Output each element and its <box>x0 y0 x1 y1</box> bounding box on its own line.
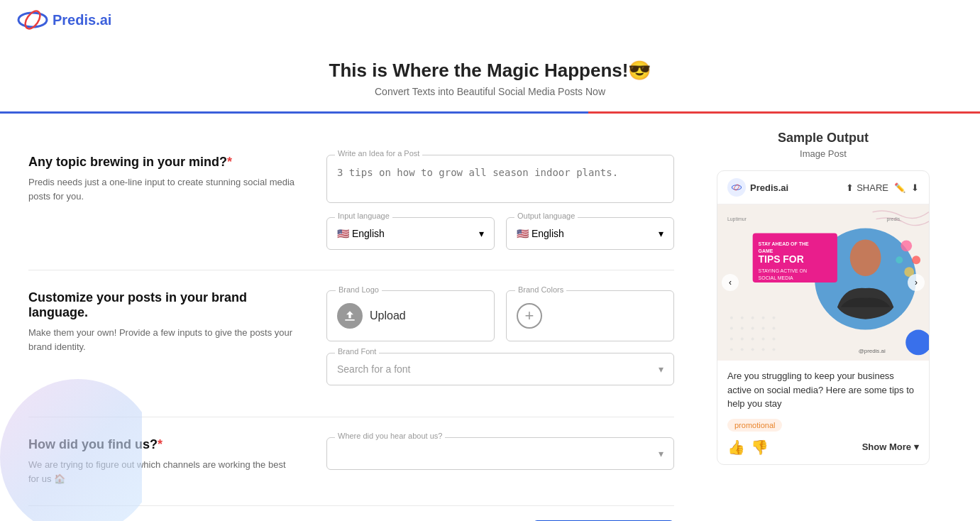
brand-colors-label: Brand Colors <box>515 285 566 294</box>
where-label: Where did you hear about us? <box>335 432 445 440</box>
main-title: This is Where the Magic Happens!😎 <box>14 60 966 82</box>
share-icon: ⬆ <box>846 182 854 193</box>
show-more-chevron: ▾ <box>914 442 919 452</box>
svg-point-7 <box>751 317 754 319</box>
svg-text:TIPS FOR: TIPS FOR <box>759 253 804 265</box>
output-language-value: 🇺🇸 English <box>517 228 564 239</box>
input-language-value: 🇺🇸 English <box>337 228 385 239</box>
svg-text:SOCIAL MEDIA: SOCIAL MEDIA <box>759 275 793 280</box>
topic-section: Any topic brewing in your mind?* Predis … <box>28 135 674 270</box>
card-reactions: 👍 👎 <box>727 439 769 456</box>
svg-point-29 <box>896 256 903 263</box>
card-image: STAY AHEAD OF THE GAME TIPS FOR STAYING … <box>717 204 929 361</box>
share-button[interactable]: ⬆ SHARE <box>846 182 888 193</box>
card-caption: Are you struggling to keep your business… <box>727 369 919 411</box>
brand-font-group: Brand Font Search for a font ▾ <box>326 353 674 385</box>
brand-section-right: Brand Logo Upload Brand Colors + Brand F… <box>326 290 674 397</box>
svg-point-5 <box>730 317 733 319</box>
logo-icon <box>17 9 48 31</box>
svg-text:predis.: predis. <box>886 216 901 222</box>
main-layout: Any topic brewing in your mind?* Predis … <box>0 114 980 521</box>
topic-desc: Predis needs just a one-line input to cr… <box>28 175 298 203</box>
brand-title: Customize your posts in your brand langu… <box>28 290 298 320</box>
svg-point-1 <box>22 9 43 31</box>
input-language-label: Input language <box>335 212 392 220</box>
sample-output: Sample Output Image Post Predis.ai <box>717 131 930 465</box>
svg-point-28 <box>912 256 920 264</box>
language-row: Input language 🇺🇸 English ▾ Output langu… <box>326 217 674 250</box>
post-idea-input[interactable] <box>326 155 674 203</box>
app-header: Predis.ai <box>0 0 980 40</box>
svg-point-22 <box>751 348 754 351</box>
brand-font-chevron: ▾ <box>659 363 664 375</box>
brand-colors-box[interactable]: Brand Colors + <box>506 290 674 341</box>
card-tag: promotional <box>727 419 782 432</box>
discovery-section-right: Where did you hear about us? ▾ <box>326 437 674 481</box>
discovery-title: How did you find us?* <box>28 437 298 452</box>
svg-point-20 <box>730 348 733 351</box>
left-panel: Any topic brewing in your mind?* Predis … <box>0 114 703 521</box>
topic-title: Any topic brewing in your mind?* <box>28 155 298 170</box>
discovery-desc: We are trying to figure out which channe… <box>28 458 298 486</box>
where-select[interactable]: ▾ <box>326 437 674 470</box>
edit-button[interactable]: ✏️ <box>894 182 905 193</box>
card-actions: ⬆ SHARE ✏️ ⬇ <box>846 182 919 193</box>
svg-text:STAY AHEAD OF THE: STAY AHEAD OF THE <box>759 241 809 246</box>
right-panel: Sample Output Image Post Predis.ai <box>703 114 944 521</box>
post-idea-group: Write an Idea for a Post <box>326 155 674 206</box>
brand-section-left: Customize your posts in your brand langu… <box>28 290 298 353</box>
card-brand: Predis.ai <box>727 178 788 197</box>
output-language-chevron: ▾ <box>659 228 664 239</box>
brand-logo-label: Brand Logo <box>336 285 382 294</box>
carousel-prev-button[interactable]: ‹ <box>722 274 739 291</box>
thumbs-down-button[interactable]: 👎 <box>751 439 769 456</box>
brand-font-select[interactable]: Search for a font ▾ <box>326 353 674 385</box>
input-language-chevron: ▾ <box>479 228 484 239</box>
card-brand-logo-icon <box>731 182 742 193</box>
thumbs-up-button[interactable]: 👍 <box>727 439 745 456</box>
card-footer: Are you struggling to keep your business… <box>717 361 929 464</box>
card-brand-name: Predis.ai <box>750 182 788 193</box>
svg-point-16 <box>741 337 744 340</box>
svg-point-6 <box>741 317 744 319</box>
svg-point-13 <box>762 327 765 330</box>
input-language-wrapper: Input language 🇺🇸 English ▾ <box>326 217 495 250</box>
output-language-select[interactable]: 🇺🇸 English ▾ <box>506 217 674 250</box>
topic-section-left: Any topic brewing in your mind?* Predis … <box>28 155 298 203</box>
topic-section-right: Write an Idea for a Post Input language … <box>326 155 674 250</box>
svg-point-27 <box>901 240 912 251</box>
brand-logo-box[interactable]: Brand Logo Upload <box>326 290 495 341</box>
svg-text:@predis.ai: @predis.ai <box>859 348 886 354</box>
logo: Predis.ai <box>17 9 111 31</box>
svg-point-3 <box>733 184 739 191</box>
card-bottom: 👍 👎 Show More ▾ <box>727 439 919 456</box>
card-brand-icon <box>727 178 746 197</box>
svg-point-24 <box>772 348 775 351</box>
svg-point-8 <box>762 317 765 319</box>
svg-point-11 <box>741 327 744 330</box>
logo-text: Predis.ai <box>53 12 111 28</box>
card-header: Predis.ai ⬆ SHARE ✏️ ⬇ <box>717 171 929 204</box>
carousel-next-button[interactable]: › <box>908 274 925 291</box>
output-language-wrapper: Output language 🇺🇸 English ▾ <box>506 217 674 250</box>
discovery-section-left: How did you find us?* We are trying to f… <box>28 437 298 486</box>
main-subtitle: Convert Texts into Beautiful Social Medi… <box>14 86 966 97</box>
edit-icon: ✏️ <box>894 182 905 193</box>
svg-text:STAYING ACTIVE ON: STAYING ACTIVE ON <box>759 268 807 273</box>
svg-point-10 <box>730 327 733 330</box>
sample-output-subtitle: Image Post <box>717 148 930 159</box>
generate-row: GENERATE POSTS <box>28 506 674 521</box>
svg-point-14 <box>772 327 775 330</box>
show-more-button[interactable]: Show More ▾ <box>862 442 919 452</box>
download-icon: ⬇ <box>911 182 919 193</box>
svg-point-19 <box>772 337 775 340</box>
svg-point-17 <box>751 337 754 340</box>
input-language-select[interactable]: 🇺🇸 English ▾ <box>326 217 495 250</box>
svg-point-2 <box>732 185 741 190</box>
brand-logo-color-row: Brand Logo Upload Brand Colors + <box>326 290 674 341</box>
upload-text: Upload <box>370 309 406 322</box>
post-idea-label: Write an Idea for a Post <box>335 149 422 158</box>
where-group: Where did you hear about us? ▾ <box>326 437 674 470</box>
background-pattern: STAY AHEAD OF THE GAME TIPS FOR STAYING … <box>717 204 929 361</box>
download-button[interactable]: ⬇ <box>911 182 919 193</box>
